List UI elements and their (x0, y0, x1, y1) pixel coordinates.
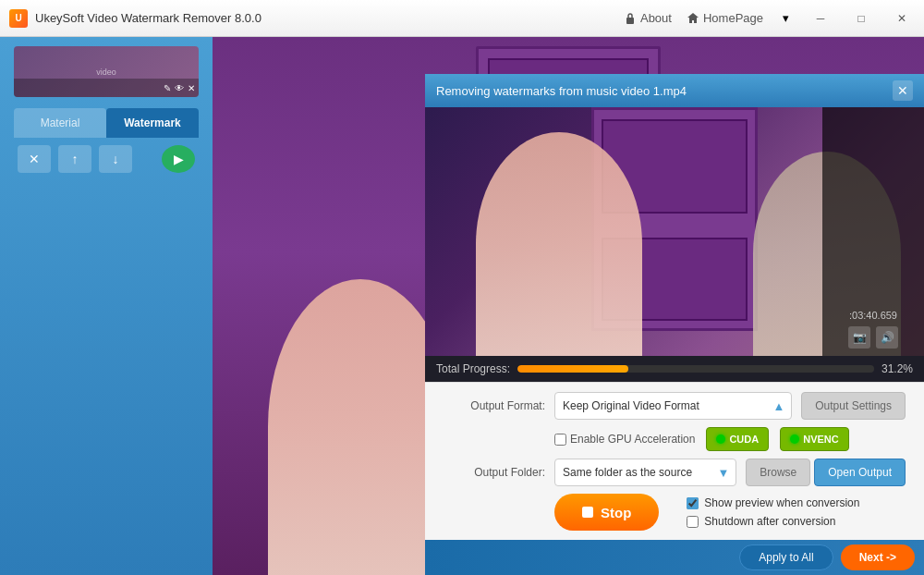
shutdown-label: Shutdown after conversion (704, 515, 835, 528)
gpu-checkbox-label[interactable]: Enable GPU Acceleration (554, 433, 695, 446)
dialog-close-button[interactable]: ✕ (893, 80, 913, 101)
bottom-controls: Output Format: Keep Original Video Forma… (425, 382, 924, 540)
output-format-select[interactable]: Keep Original Video Format (554, 392, 792, 420)
output-folder-label: Output Folder: (444, 466, 545, 479)
title-bar-left: U UkeySoft Video Watermark Remover 8.0.0 (9, 9, 624, 28)
stop-button[interactable]: Stop (554, 494, 659, 531)
output-format-row: Output Format: Keep Original Video Forma… (444, 392, 906, 420)
time-display: :03:40.659 (849, 310, 897, 321)
progress-fill (517, 365, 628, 373)
minimize-button[interactable]: ─ (808, 6, 833, 31)
progress-track (517, 365, 874, 373)
dialog-title: Removing watermarks from music video 1.m… (436, 84, 687, 98)
media-controls: 📷 🔊 (848, 326, 898, 349)
svg-rect-0 (626, 18, 634, 24)
play-button[interactable]: ▶ (162, 145, 195, 173)
eye-icon[interactable]: 👁 (175, 83, 184, 93)
dialog-window: Removing watermarks from music video 1.m… (425, 74, 924, 575)
delete-button[interactable]: ✕ (18, 145, 51, 173)
output-folder-select-wrapper: Same folder as the source ▼ (554, 459, 736, 486)
sidebar-tabs: Material Watermark (14, 108, 199, 138)
app-title: UkeySoft Video Watermark Remover 8.0.0 (35, 11, 261, 25)
gpu-row: Enable GPU Acceleration CUDA NVENC (444, 427, 906, 451)
homepage-link[interactable]: HomePage (687, 11, 763, 25)
thumbnail-text: video (96, 67, 116, 77)
sidebar: video ✎ 👁 ✕ Material Watermark ✕ ↑ (0, 37, 213, 575)
gpu-checkbox[interactable] (554, 434, 566, 446)
edit-icon[interactable]: ✎ (164, 83, 171, 93)
move-down-button[interactable]: ↓ (99, 145, 132, 173)
cuda-dot (716, 434, 725, 444)
output-format-select-wrapper: Keep Original Video Format ▲ (554, 392, 792, 420)
about-label: About (640, 11, 672, 25)
tab-watermark[interactable]: Watermark (106, 108, 199, 138)
close-button[interactable]: ✕ (889, 6, 915, 31)
sidebar-file-item[interactable]: video ✎ 👁 ✕ (14, 46, 199, 97)
sidebar-actions: ✕ ↑ ↓ ▶ (14, 145, 199, 173)
home-icon (687, 12, 699, 25)
dropdown-arrow[interactable]: ▾ (778, 11, 793, 26)
right-area: Removing watermarks from music video 1.m… (213, 37, 924, 575)
next-button[interactable]: Next -> (841, 544, 915, 570)
show-preview-label: Show preview when conversion (704, 496, 859, 509)
homepage-label: HomePage (703, 11, 763, 25)
volume-icon[interactable]: 🔊 (876, 326, 898, 349)
tab-material[interactable]: Material (14, 108, 106, 138)
open-output-button[interactable]: Open Output (814, 459, 906, 486)
apply-all-button[interactable]: Apply to All (739, 544, 833, 570)
output-format-label: Output Format: (444, 399, 545, 412)
app-icon: U (9, 9, 28, 28)
figure-left-dialog (476, 132, 642, 356)
camera-icon[interactable]: 📷 (848, 326, 870, 349)
right-side-panel: :03:40.659 📷 🔊 (822, 107, 924, 356)
progress-label: Total Progress: (436, 362, 510, 375)
sidebar-file-overlay: ✎ 👁 ✕ (14, 79, 199, 97)
shutdown-checkbox[interactable] (687, 516, 699, 528)
right-options: Show preview when conversion Shutdown af… (687, 496, 859, 528)
shutdown-checkbox-label[interactable]: Shutdown after conversion (687, 515, 859, 528)
move-up-button[interactable]: ↑ (58, 145, 91, 173)
folder-buttons: Browse Open Output (746, 459, 906, 486)
maximize-button[interactable]: □ (848, 6, 874, 31)
close-file-icon[interactable]: ✕ (188, 83, 195, 93)
output-folder-select[interactable]: Same folder as the source (554, 459, 736, 486)
progress-percent: 31.2% (881, 362, 913, 375)
title-bar-right: About HomePage ▾ ─ □ ✕ (624, 6, 915, 31)
show-preview-checkbox-label[interactable]: Show preview when conversion (687, 496, 859, 509)
dialog-video: :03:40.659 📷 🔊 (425, 107, 924, 356)
about-link[interactable]: About (624, 11, 672, 25)
output-settings-button[interactable]: Output Settings (801, 392, 906, 420)
output-folder-row: Output Folder: Same folder as the source… (444, 459, 906, 486)
main-content: video ✎ 👁 ✕ Material Watermark ✕ ↑ (0, 37, 924, 575)
browse-button[interactable]: Browse (746, 459, 810, 486)
dialog-progress-bar: Total Progress: 31.2% (425, 356, 924, 382)
nvenc-dot (790, 434, 799, 444)
show-preview-checkbox[interactable] (687, 497, 699, 509)
title-bar: U UkeySoft Video Watermark Remover 8.0.0… (0, 0, 924, 37)
dialog-titlebar: Removing watermarks from music video 1.m… (425, 74, 924, 107)
nvenc-badge[interactable]: NVENC (780, 427, 849, 451)
stop-square-icon (582, 507, 593, 518)
lock-icon (624, 12, 637, 25)
action-row: Stop Show preview when conversion Shutdo… (444, 494, 906, 531)
bottom-footer: Apply to All Next -> (425, 540, 924, 575)
cuda-badge[interactable]: CUDA (706, 427, 769, 451)
